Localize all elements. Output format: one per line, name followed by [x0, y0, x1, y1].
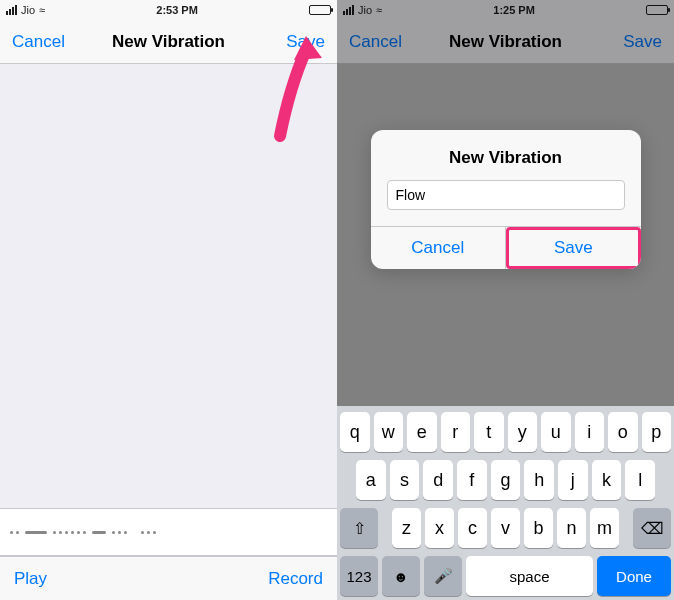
key-p[interactable]: p [642, 412, 672, 452]
clock: 2:53 PM [156, 4, 198, 16]
key-t[interactable]: t [474, 412, 504, 452]
mic-icon: 🎤 [434, 567, 453, 585]
dialog-title: New Vibration [371, 130, 641, 180]
key-m[interactable]: m [590, 508, 619, 548]
status-bar: Jio ≈ 2:53 PM [0, 0, 337, 20]
ios-keyboard: qwertyuiop asdfghjkl ⇧zxcvbnm⌫ 123 ☻ 🎤 s… [337, 406, 674, 600]
vibration-canvas[interactable] [0, 64, 337, 556]
key-dictation[interactable]: 🎤 [424, 556, 462, 596]
vibration-waveform [0, 508, 337, 556]
key-shift[interactable]: ⇧ [340, 508, 378, 548]
save-button[interactable]: Save [286, 32, 325, 52]
wifi-icon: ≈ [376, 4, 382, 16]
carrier-label: Jio [21, 4, 35, 16]
signal-icon [6, 5, 17, 15]
nav-bar: Cancel New Vibration Save [337, 20, 674, 64]
screen-right: Jio ≈ 1:25 PM Cancel New Vibration Save … [337, 0, 674, 600]
key-d[interactable]: d [423, 460, 453, 500]
vibration-name-input[interactable] [387, 180, 625, 210]
key-z[interactable]: z [392, 508, 421, 548]
nav-bar: Cancel New Vibration Save [0, 20, 337, 64]
play-button[interactable]: Play [14, 569, 47, 589]
key-i[interactable]: i [575, 412, 605, 452]
signal-icon [343, 5, 354, 15]
key-v[interactable]: v [491, 508, 520, 548]
key-u[interactable]: u [541, 412, 571, 452]
cancel-button[interactable]: Cancel [349, 32, 402, 52]
key-done[interactable]: Done [597, 556, 671, 596]
record-button[interactable]: Record [268, 569, 323, 589]
key-w[interactable]: w [374, 412, 404, 452]
key-s[interactable]: s [390, 460, 420, 500]
key-l[interactable]: l [625, 460, 655, 500]
key-j[interactable]: j [558, 460, 588, 500]
key-k[interactable]: k [592, 460, 622, 500]
key-space[interactable]: space [466, 556, 593, 596]
key-emoji[interactable]: ☻ [382, 556, 420, 596]
carrier-label: Jio [358, 4, 372, 16]
clock: 1:25 PM [493, 4, 535, 16]
battery-icon [646, 5, 668, 15]
key-o[interactable]: o [608, 412, 638, 452]
cancel-button[interactable]: Cancel [12, 32, 65, 52]
dialog-cancel-button[interactable]: Cancel [371, 227, 507, 269]
bottom-toolbar: Play Record [0, 556, 337, 600]
emoji-icon: ☻ [393, 568, 409, 585]
key-f[interactable]: f [457, 460, 487, 500]
key-backspace[interactable]: ⌫ [633, 508, 671, 548]
key-numbers[interactable]: 123 [340, 556, 378, 596]
key-c[interactable]: c [458, 508, 487, 548]
status-bar: Jio ≈ 1:25 PM [337, 0, 674, 20]
key-y[interactable]: y [508, 412, 538, 452]
key-a[interactable]: a [356, 460, 386, 500]
key-b[interactable]: b [524, 508, 553, 548]
screen-left: Jio ≈ 2:53 PM Cancel New Vibration Save … [0, 0, 337, 600]
key-x[interactable]: x [425, 508, 454, 548]
battery-icon [309, 5, 331, 15]
wifi-icon: ≈ [39, 4, 45, 16]
key-h[interactable]: h [524, 460, 554, 500]
key-r[interactable]: r [441, 412, 471, 452]
key-g[interactable]: g [491, 460, 521, 500]
key-n[interactable]: n [557, 508, 586, 548]
dialog-save-button[interactable]: Save [506, 227, 641, 269]
save-button[interactable]: Save [623, 32, 662, 52]
name-vibration-dialog: New Vibration Cancel Save [371, 130, 641, 269]
key-e[interactable]: e [407, 412, 437, 452]
key-q[interactable]: q [340, 412, 370, 452]
